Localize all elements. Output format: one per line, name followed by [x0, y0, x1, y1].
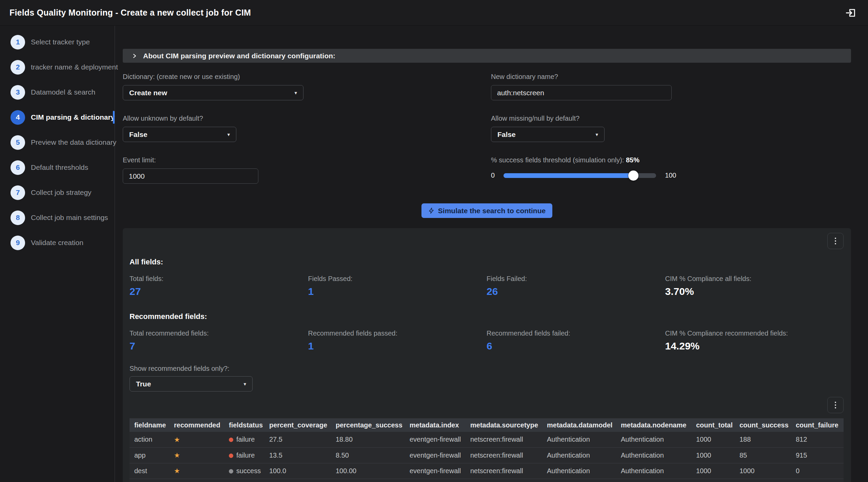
sidebar-step-default-thresholds[interactable]: 6 Default thresholds — [0, 160, 115, 175]
stat-recommended-passed: Recommended fields passed: 1 — [308, 329, 487, 352]
step-label: Datamodel & search — [31, 88, 95, 96]
step-number-badge: 6 — [11, 160, 25, 175]
stat-fields-failed: Fields Failed: 26 — [487, 275, 665, 297]
slider-fill — [504, 173, 633, 178]
table-row: action ★ failure 27.5 18.80 eventgen-fir… — [130, 432, 844, 447]
status-dot-icon — [229, 469, 233, 474]
column-header-fieldname[interactable]: fieldname — [130, 418, 169, 432]
show-recommended-label: Show recommended fields only?: — [130, 365, 844, 373]
column-header-metadata-datamodel[interactable]: metadata.datamodel — [542, 418, 616, 432]
allow-unknown-select[interactable]: False ▾ — [123, 127, 236, 142]
step-number-badge: 8 — [11, 210, 25, 225]
kebab-icon — [835, 402, 836, 408]
column-header-count-success[interactable]: count_success — [735, 418, 791, 432]
recommended-fields-heading: Recommended fields: — [130, 312, 844, 321]
new-dictionary-name-input[interactable] — [491, 85, 672, 100]
chevron-down-icon: ▾ — [243, 381, 246, 387]
table-more-options-button[interactable] — [827, 397, 844, 413]
sidebar-step-tracker-name-deployment[interactable]: 2 tracker name & deployment — [0, 60, 115, 75]
recommended-star-icon: ★ — [174, 436, 180, 443]
step-label: Default thresholds — [31, 163, 88, 172]
exit-button[interactable] — [844, 6, 858, 20]
new-dictionary-name-label: New dictionary name? — [491, 73, 851, 81]
slider-track[interactable] — [504, 173, 656, 178]
allow-missing-select-value: False — [497, 130, 516, 139]
kebab-icon — [835, 238, 836, 244]
step-number-badge: 4 — [11, 110, 25, 125]
threshold-label: % success fields threshold (simulation o… — [491, 156, 851, 164]
column-header-fieldstatus[interactable]: fieldstatus — [224, 418, 264, 432]
table-row: signature ★ failure 1.2 1.20 eventgen-fi… — [130, 479, 844, 482]
column-header-recommended[interactable]: recommended — [169, 418, 224, 432]
form-right-column: New dictionary name? Allow missing/null … — [491, 73, 851, 198]
form-left-column: Dictionary: (create new or use existing)… — [123, 73, 491, 198]
app-header: Fields Quality Monitoring - Create a new… — [0, 0, 868, 26]
chevron-down-icon: ▾ — [227, 132, 230, 138]
step-label: tracker name & deployment — [31, 63, 118, 71]
column-header-metadata-index[interactable]: metadata.index — [405, 418, 466, 432]
sidebar-step-collect-job-strategy[interactable]: 7 Collect job strategy — [0, 185, 115, 200]
sidebar-step-collect-job-main-settings[interactable]: 8 Collect job main settings — [0, 210, 115, 225]
wizard-sidebar: 1 Select tracker type 2 tracker name & d… — [0, 26, 115, 482]
event-limit-label: Event limit: — [123, 156, 491, 164]
allow-missing-label: Allow missing/null by default? — [491, 115, 851, 122]
allow-unknown-label: Allow unknown by default? — [123, 115, 491, 122]
column-header-metadata-nodename[interactable]: metadata.nodename — [616, 418, 691, 432]
exit-icon — [845, 7, 856, 19]
dictionary-select[interactable]: Create new ▾ — [123, 85, 303, 100]
all-fields-stats: Total fields: 27 Fields Passed: 1 Fields… — [130, 275, 844, 297]
slider-thumb[interactable] — [628, 170, 638, 181]
step-label: Select tracker type — [31, 38, 90, 46]
step-number-badge: 3 — [11, 85, 25, 100]
show-recommended-select[interactable]: True ▾ — [130, 376, 253, 391]
expander-label: About CIM parsing preview and dictionary… — [143, 52, 335, 60]
allow-missing-select[interactable]: False ▾ — [491, 127, 605, 142]
step-label: Validate creation — [31, 239, 83, 247]
stat-fields-passed: Fields Passed: 1 — [308, 275, 487, 297]
step-number-badge: 9 — [11, 236, 25, 250]
status-dot-icon — [229, 454, 233, 458]
step-label: Collect job main settings — [31, 214, 108, 222]
column-header-percent-coverage[interactable]: percent_coverage — [264, 418, 331, 432]
slider-min-label: 0 — [491, 172, 495, 179]
allow-unknown-select-value: False — [129, 130, 147, 139]
slider-max-label: 100 — [665, 172, 676, 179]
step-number-badge: 5 — [11, 135, 25, 150]
step-label: Collect job strategy — [31, 188, 92, 197]
event-limit-input[interactable] — [123, 168, 258, 184]
column-header-percentage-success[interactable]: percentage_success — [331, 418, 405, 432]
chevron-down-icon: ▾ — [595, 132, 598, 138]
sidebar-step-select-tracker-type[interactable]: 1 Select tracker type — [0, 35, 115, 49]
simulate-button-label: Simulate the search to continue — [438, 207, 546, 215]
stat-total-fields: Total fields: 27 — [130, 275, 308, 297]
about-expander[interactable]: About CIM parsing preview and dictionary… — [123, 49, 851, 63]
step-number-badge: 2 — [11, 60, 25, 75]
stat-total-recommended: Total recommended fields: 7 — [130, 329, 308, 352]
simulation-results-panel: All fields: Total fields: 27 Fields Pass… — [123, 228, 851, 482]
sidebar-step-datamodel-search[interactable]: 3 Datamodel & search — [0, 85, 115, 100]
all-fields-heading: All fields: — [130, 258, 844, 266]
step-label: CIM parsing & dictionary — [31, 113, 115, 121]
sidebar-step-cim-parsing-dictionary[interactable]: 4 CIM parsing & dictionary — [0, 110, 115, 125]
dictionary-label: Dictionary: (create new or use existing) — [123, 73, 491, 81]
main-content: About CIM parsing preview and dictionary… — [115, 26, 868, 482]
column-header-count-total[interactable]: count_total — [691, 418, 735, 432]
chevron-down-icon: ▾ — [294, 90, 297, 96]
recommended-fields-stats: Total recommended fields: 7 Recommended … — [130, 329, 844, 352]
sidebar-step-validate-creation[interactable]: 9 Validate creation — [0, 235, 115, 250]
sidebar-step-preview-data-dictionary[interactable]: 5 Preview the data dictionary — [0, 135, 115, 150]
threshold-slider: 0 100 — [491, 172, 851, 179]
recommended-star-icon: ★ — [174, 451, 180, 459]
simulate-search-button[interactable]: Simulate the search to continue — [421, 203, 552, 218]
stat-recommended-failed: Recommended fields failed: 6 — [487, 329, 665, 352]
lightning-icon — [428, 207, 435, 214]
threshold-value: 85% — [626, 156, 639, 164]
column-header-metadata-sourcetype[interactable]: metadata.sourcetype — [466, 418, 542, 432]
stat-cim-compliance-recommended: CIM % Compliance recommended fields: 14.… — [665, 329, 844, 352]
table-header-row: fieldname recommended fieldstatus percen… — [130, 418, 844, 432]
page-title: Fields Quality Monitoring - Create a new… — [9, 8, 251, 18]
step-number-badge: 7 — [11, 185, 25, 200]
results-more-options-button[interactable] — [827, 233, 844, 249]
table-row: dest ★ success 100.0 100.00 eventgen-fir… — [130, 463, 844, 479]
column-header-count-failure[interactable]: count_failure — [791, 418, 844, 432]
